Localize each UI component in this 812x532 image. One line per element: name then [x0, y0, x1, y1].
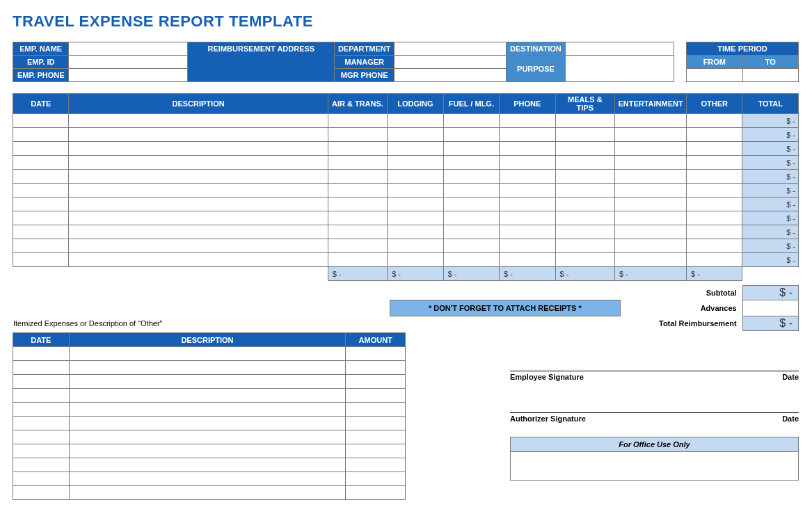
table-cell[interactable] — [69, 375, 346, 389]
table-cell[interactable] — [500, 225, 555, 239]
table-cell[interactable] — [69, 156, 328, 170]
table-cell[interactable] — [69, 361, 346, 375]
table-cell[interactable] — [555, 170, 615, 184]
table-cell[interactable] — [13, 142, 69, 156]
table-cell[interactable] — [328, 114, 388, 128]
table-cell[interactable] — [555, 156, 615, 170]
table-cell[interactable] — [13, 225, 69, 239]
table-cell[interactable] — [443, 225, 499, 239]
input-department[interactable] — [394, 42, 506, 56]
table-cell[interactable] — [615, 114, 687, 128]
table-cell[interactable] — [69, 225, 328, 239]
table-cell[interactable] — [500, 253, 555, 267]
table-cell[interactable] — [13, 198, 69, 211]
input-emp-phone[interactable] — [69, 69, 188, 82]
input-manager[interactable] — [394, 56, 506, 69]
table-cell[interactable] — [69, 486, 346, 500]
table-cell[interactable] — [69, 444, 346, 458]
table-cell[interactable] — [13, 239, 69, 253]
table-cell[interactable] — [555, 225, 615, 239]
table-cell[interactable] — [13, 211, 69, 225]
table-cell[interactable] — [500, 239, 555, 253]
table-cell[interactable] — [615, 142, 687, 156]
table-cell[interactable] — [328, 211, 388, 225]
input-from[interactable] — [687, 69, 742, 82]
table-cell[interactable] — [443, 142, 499, 156]
table-cell[interactable] — [388, 253, 443, 267]
table-cell[interactable] — [13, 472, 70, 486]
table-cell[interactable] — [13, 417, 70, 430]
table-cell[interactable] — [13, 114, 69, 128]
table-cell[interactable] — [69, 142, 328, 156]
table-cell[interactable] — [500, 211, 555, 225]
table-cell[interactable] — [388, 156, 443, 170]
table-cell[interactable] — [443, 253, 499, 267]
table-cell[interactable] — [615, 128, 687, 142]
table-cell[interactable] — [13, 430, 70, 444]
table-cell[interactable] — [388, 239, 443, 253]
table-cell[interactable] — [346, 444, 406, 458]
table-cell[interactable] — [69, 253, 328, 267]
table-cell[interactable] — [69, 128, 328, 142]
table-cell[interactable] — [615, 225, 687, 239]
table-cell[interactable] — [328, 225, 388, 239]
table-cell[interactable] — [555, 128, 615, 142]
table-cell[interactable] — [69, 389, 346, 403]
table-cell[interactable] — [328, 156, 388, 170]
table-cell[interactable] — [443, 198, 499, 211]
table-cell[interactable] — [555, 211, 615, 225]
table-cell[interactable] — [686, 184, 742, 198]
table-cell[interactable] — [555, 114, 615, 128]
input-mgr-phone[interactable] — [394, 69, 506, 82]
table-cell[interactable] — [443, 156, 499, 170]
table-cell[interactable] — [686, 156, 742, 170]
table-cell[interactable] — [500, 142, 555, 156]
table-cell[interactable] — [13, 347, 70, 361]
table-cell[interactable] — [69, 403, 346, 417]
table-cell[interactable] — [13, 486, 70, 500]
table-cell[interactable] — [555, 142, 615, 156]
table-cell[interactable] — [500, 198, 555, 211]
input-emp-id[interactable] — [69, 56, 188, 69]
table-cell[interactable] — [346, 347, 406, 361]
table-cell[interactable] — [388, 114, 443, 128]
table-cell[interactable] — [615, 239, 687, 253]
table-cell[interactable] — [388, 128, 443, 142]
table-cell[interactable] — [500, 170, 555, 184]
table-cell[interactable] — [69, 472, 346, 486]
table-cell[interactable] — [69, 239, 328, 253]
table-cell[interactable] — [443, 128, 499, 142]
table-cell[interactable] — [346, 430, 406, 444]
table-cell[interactable] — [686, 170, 742, 184]
table-cell[interactable] — [346, 458, 406, 472]
value-advances[interactable] — [742, 300, 798, 316]
table-cell[interactable] — [615, 184, 687, 198]
table-cell[interactable] — [13, 170, 69, 184]
table-cell[interactable] — [555, 253, 615, 267]
table-cell[interactable] — [13, 156, 69, 170]
table-cell[interactable] — [388, 198, 443, 211]
table-cell[interactable] — [500, 184, 555, 198]
table-cell[interactable] — [13, 403, 70, 417]
table-cell[interactable] — [500, 156, 555, 170]
table-cell[interactable] — [69, 198, 328, 211]
table-cell[interactable] — [443, 170, 499, 184]
table-cell[interactable] — [328, 142, 388, 156]
table-cell[interactable] — [346, 486, 406, 500]
table-cell[interactable] — [555, 184, 615, 198]
table-cell[interactable] — [443, 239, 499, 253]
table-cell[interactable] — [686, 114, 742, 128]
table-cell[interactable] — [686, 211, 742, 225]
table-cell[interactable] — [13, 389, 70, 403]
table-cell[interactable] — [686, 198, 742, 211]
table-cell[interactable] — [13, 128, 69, 142]
table-cell[interactable] — [500, 114, 555, 128]
input-emp-name[interactable] — [69, 42, 188, 56]
table-cell[interactable] — [686, 128, 742, 142]
table-cell[interactable] — [686, 225, 742, 239]
table-cell[interactable] — [328, 128, 388, 142]
table-cell[interactable] — [388, 170, 443, 184]
table-cell[interactable] — [13, 253, 69, 267]
table-cell[interactable] — [615, 198, 687, 211]
input-destination[interactable] — [566, 42, 674, 56]
